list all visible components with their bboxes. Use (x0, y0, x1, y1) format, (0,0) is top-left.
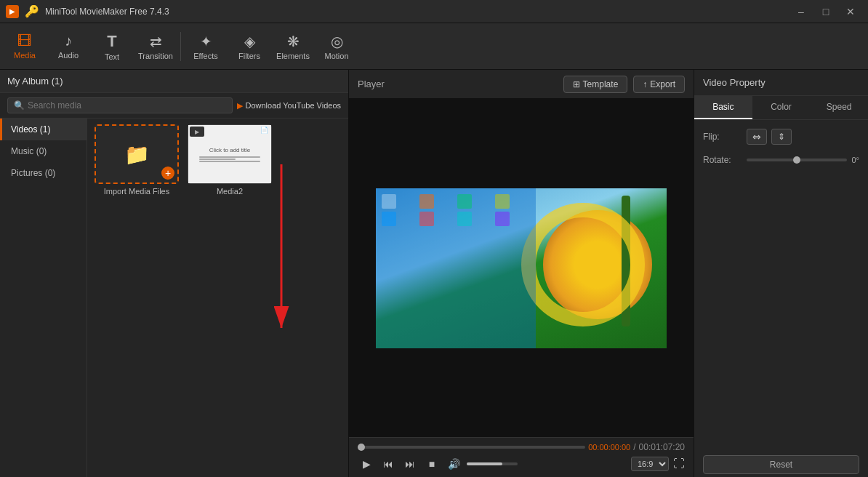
toolbar-filters-label: Filters (238, 52, 260, 60)
player-title: Player (358, 79, 385, 89)
player-header-buttons: ⊞ Template ↑ Export (563, 76, 685, 93)
toolbar-effects[interactable]: ✦ Effects (184, 26, 228, 67)
template-icon: ⊞ (573, 79, 580, 89)
transition-icon: ⇄ (150, 33, 162, 50)
toolbar-audio-label: Audio (58, 51, 79, 60)
progress-knob (358, 444, 365, 451)
reset-button[interactable]: Reset (703, 455, 859, 474)
elements-icon: ❋ (287, 33, 300, 50)
property-panel: Video Property Basic Color Speed Flip: ⇔… (694, 70, 868, 477)
search-input-wrap[interactable]: 🔍 (7, 97, 233, 113)
flip-row: Flip: ⇔ ⇕ (703, 129, 859, 145)
rotate-label: Rotate: (703, 155, 747, 165)
media2-label: Media2 (217, 187, 243, 196)
panel-title: Video Property (694, 70, 868, 96)
current-time: 00:00:00:00 (588, 443, 630, 452)
youtube-icon: ▶ (237, 101, 243, 111)
toolbar-audio[interactable]: ♪ Audio (47, 26, 90, 67)
tab-basic[interactable]: Basic (694, 96, 752, 119)
tab-speed[interactable]: Speed (810, 96, 868, 119)
import-media-thumb[interactable]: 📁 + (95, 124, 179, 184)
flip-horizontal-button[interactable]: ⇔ (747, 129, 767, 145)
toolbar-text[interactable]: T Text (90, 26, 134, 67)
prev-frame-button[interactable]: ⏮ (379, 455, 397, 473)
main-area: My Album (1) 🔍 ▶ Download YouTube Videos… (0, 70, 868, 477)
toolbar-media[interactable]: 🎞 Media (3, 26, 47, 67)
toolbar-transition[interactable]: ⇄ Transition (134, 26, 177, 67)
export-label: Export (650, 79, 675, 89)
video-preview (376, 188, 667, 348)
search-area: 🔍 ▶ Download YouTube Videos (0, 93, 348, 119)
sidebar-item-music[interactable]: Music (0) (0, 140, 87, 162)
motion-icon: ◎ (331, 33, 343, 50)
volume-fill (467, 462, 502, 465)
next-frame-button[interactable]: ⏭ (401, 455, 419, 473)
volume-slider[interactable] (467, 462, 518, 465)
toolbar-effects-label: Effects (193, 52, 217, 60)
fullscreen-button[interactable]: ⛶ (673, 457, 685, 470)
import-media-label: Import Media Files (104, 187, 169, 196)
window-controls: – □ ✕ (789, 0, 862, 23)
album-title: My Album (1) (7, 76, 63, 87)
main-toolbar: 🎞 Media ♪ Audio T Text ⇄ Transition ✦ Ef… (0, 23, 868, 70)
maximize-button[interactable]: □ (814, 0, 837, 23)
toolbar-motion[interactable]: ◎ Motion (315, 26, 358, 67)
volume-button[interactable]: 🔊 (445, 455, 462, 473)
rotate-slider[interactable] (747, 159, 847, 161)
videos-label: Videos (1) (11, 124, 50, 135)
aspect-ratio-select[interactable]: 16:9 4:3 1:1 9:16 (631, 457, 669, 471)
search-input[interactable] (28, 100, 226, 111)
rotate-value: 0° (851, 156, 859, 164)
toolbar-text-label: Text (105, 52, 119, 61)
total-time: 00:01:07:20 (639, 442, 685, 452)
play-button[interactable]: ▶ (358, 455, 375, 473)
app-icon: ▶ (6, 5, 19, 18)
player-section: Player ⊞ Template ↑ Export (349, 70, 694, 477)
progress-bar[interactable] (358, 446, 585, 449)
minimize-button[interactable]: – (789, 0, 813, 23)
player-area (349, 99, 694, 437)
app-title: MiniTool MovieMaker Free 7.4.3 (45, 7, 789, 17)
export-button[interactable]: ↑ Export (633, 76, 685, 93)
key-icon: 🔑 (25, 4, 39, 18)
sidebar-item-pictures[interactable]: Pictures (0) (0, 162, 87, 184)
pictures-label: Pictures (0) (11, 168, 55, 178)
property-tabs: Basic Color Speed (694, 96, 868, 120)
flip-label: Flip: (703, 132, 747, 142)
sidebar-content: Videos (1) Music (0) Pictures (0) 📁 + I (0, 119, 348, 477)
rotate-knob (793, 156, 800, 164)
titlebar: ▶ 🔑 MiniTool MovieMaker Free 7.4.3 – □ ✕ (0, 0, 868, 23)
media-grid: 📁 + Import Media Files Click to add titl… (87, 119, 348, 477)
media2-thumb[interactable]: Click to add title 📄 ▶ (188, 124, 272, 184)
toolbar-filters[interactable]: ◈ Filters (228, 26, 271, 67)
time-display: 00:00:00:00 / 00:01:07:20 (358, 442, 685, 452)
template-label: Template (583, 79, 619, 89)
rotate-controls: 0° (747, 156, 859, 164)
youtube-download-button[interactable]: ▶ Download YouTube Videos (237, 101, 342, 111)
toolbar-media-label: Media (14, 51, 36, 60)
stop-button[interactable]: ■ (423, 455, 441, 473)
media-icon: 🎞 (17, 33, 32, 49)
youtube-label: Download YouTube Videos (246, 101, 342, 110)
audio-icon: ♪ (65, 33, 72, 49)
toolbar-elements[interactable]: ❋ Elements (271, 26, 315, 67)
search-icon: 🔍 (14, 100, 25, 111)
effects-icon: ✦ (200, 33, 212, 50)
time-separator: / (633, 442, 635, 452)
sidebar-header: My Album (1) (0, 70, 348, 93)
close-button[interactable]: ✕ (839, 0, 862, 23)
player-header: Player ⊞ Template ↑ Export (349, 70, 694, 99)
flip-controls: ⇔ ⇕ (747, 129, 859, 145)
media2-item: Click to add title 📄 ▶ Media2 (186, 124, 273, 196)
player-controls: 00:00:00:00 / 00:01:07:20 ▶ ⏮ ⏭ ■ 🔊 16:9… (349, 437, 694, 477)
toolbar-transition-label: Transition (138, 52, 173, 60)
sidebar: My Album (1) 🔍 ▶ Download YouTube Videos… (0, 70, 349, 477)
rotate-row: Rotate: 0° (703, 155, 859, 165)
toolbar-motion-label: Motion (324, 52, 348, 60)
music-label: Music (0) (11, 146, 47, 156)
sidebar-item-videos[interactable]: Videos (1) (0, 119, 87, 140)
flip-vertical-button[interactable]: ⇕ (771, 129, 792, 145)
tab-color[interactable]: Color (752, 96, 811, 119)
template-button[interactable]: ⊞ Template (563, 76, 628, 93)
text-icon: T (107, 32, 116, 51)
